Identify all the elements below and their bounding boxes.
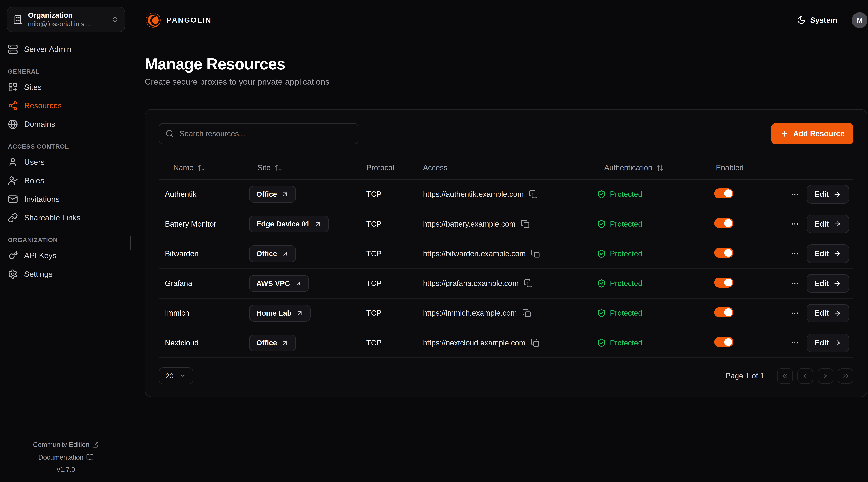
pagination-first-button[interactable] — [777, 368, 793, 384]
resources-icon — [8, 101, 18, 111]
edit-button[interactable]: Edit — [807, 215, 849, 233]
server-icon — [8, 44, 18, 54]
shield-check-icon — [597, 279, 606, 288]
site-link-button[interactable]: Edge Device 01 — [249, 216, 329, 232]
resource-name: Nextcloud — [165, 339, 249, 347]
external-link-icon — [92, 441, 99, 448]
arrow-up-right-icon — [314, 220, 322, 228]
auth-status: Protected — [597, 220, 714, 228]
arrow-up-right-icon — [281, 250, 289, 257]
copy-icon[interactable] — [523, 309, 531, 317]
sidebar-item-sites[interactable]: Sites — [8, 78, 124, 96]
sidebar-item-invitations[interactable]: Invitations — [8, 190, 124, 208]
sidebar-item-server-admin[interactable]: Server Admin — [8, 40, 124, 59]
table-body: Authentik Office TCP https://authentik.e… — [159, 180, 854, 358]
row-menu-button[interactable] — [789, 219, 801, 230]
sidebar-item-domains[interactable]: Domains — [8, 115, 124, 134]
enabled-toggle[interactable] — [714, 278, 733, 288]
resource-name: Battery Monitor — [165, 220, 249, 228]
sort-icon — [275, 164, 282, 171]
arrow-up-right-icon — [281, 339, 289, 347]
topbar: PANGOLIN System M — [145, 0, 867, 40]
arrow-right-icon — [833, 190, 841, 198]
moon-icon — [797, 15, 806, 25]
site-link-button[interactable]: AWS VPC — [249, 275, 309, 292]
row-menu-button[interactable] — [789, 308, 801, 319]
copy-icon[interactable] — [529, 190, 538, 198]
access-url: https://battery.example.com — [423, 220, 516, 228]
chevron-down-icon — [179, 372, 186, 380]
edit-button[interactable]: Edit — [807, 245, 849, 263]
user-badge-icon — [8, 175, 18, 186]
site-link-button[interactable]: Office — [249, 245, 296, 262]
sidebar-item-api-keys[interactable]: API Keys — [8, 246, 124, 265]
row-menu-button[interactable] — [789, 189, 801, 200]
pangolin-logo-icon — [145, 12, 162, 29]
row-menu-button[interactable] — [789, 248, 801, 259]
org-switcher[interactable]: Organization milo@fossorial.io's ... — [7, 7, 125, 32]
row-menu-button[interactable] — [789, 278, 801, 289]
enabled-toggle[interactable] — [714, 188, 733, 198]
sidebar-item-label: Resources — [24, 101, 62, 110]
auth-status: Protected — [597, 190, 714, 199]
site-link-button[interactable]: Home Lab — [249, 305, 311, 322]
arrow-right-icon — [833, 280, 841, 287]
arrow-up-right-icon — [294, 280, 302, 287]
sidebar-item-roles[interactable]: Roles — [8, 171, 124, 190]
column-header-name[interactable]: Name — [165, 163, 249, 172]
resource-name: Immich — [165, 309, 249, 317]
enabled-toggle[interactable] — [714, 218, 733, 228]
add-resource-button[interactable]: Add Resource — [771, 123, 854, 144]
theme-toggle-button[interactable]: System — [793, 15, 841, 25]
enabled-toggle[interactable] — [714, 307, 733, 317]
enabled-toggle[interactable] — [714, 337, 733, 347]
topbar-right: System M — [793, 12, 867, 28]
edit-button[interactable]: Edit — [807, 304, 849, 323]
sidebar-item-label: Sites — [24, 83, 42, 92]
link-icon — [8, 213, 18, 223]
sidebar-item-shareable-links[interactable]: Shareable Links — [8, 208, 124, 227]
site-link-button[interactable]: Office — [249, 186, 296, 203]
auth-status: Protected — [597, 338, 714, 347]
org-value: milo@fossorial.io's ... — [28, 20, 106, 28]
column-header-access: Access — [423, 163, 597, 172]
main-content: PANGOLIN System M Manage Resources Creat… — [132, 0, 868, 482]
sidebar-item-settings[interactable]: Settings — [8, 265, 124, 284]
resource-protocol: TCP — [366, 339, 423, 347]
copy-icon[interactable] — [531, 250, 540, 258]
sort-icon — [197, 164, 205, 171]
edit-button[interactable]: Edit — [807, 334, 849, 352]
pagination-next-button[interactable] — [818, 368, 833, 384]
sort-icon — [656, 164, 664, 171]
documentation-link[interactable]: Documentation — [35, 453, 97, 462]
copy-icon[interactable] — [524, 279, 533, 288]
column-header-site[interactable]: Site — [249, 163, 367, 172]
avatar[interactable]: M — [852, 12, 867, 28]
pagination-last-button[interactable] — [838, 368, 854, 384]
edit-button[interactable]: Edit — [807, 274, 849, 293]
site-link-button[interactable]: Office — [249, 334, 296, 351]
column-header-authentication[interactable]: Authentication — [597, 163, 714, 172]
enabled-toggle[interactable] — [714, 248, 733, 258]
column-header-enabled: Enabled — [714, 163, 787, 172]
pagination-prev-button[interactable] — [797, 368, 813, 384]
brand: PANGOLIN — [145, 12, 212, 29]
edit-button[interactable]: Edit — [807, 185, 849, 203]
copy-icon[interactable] — [531, 339, 539, 347]
mail-icon — [8, 194, 18, 204]
org-switcher-text: Organization milo@fossorial.io's ... — [28, 11, 106, 28]
section-title-general: GENERAL — [8, 68, 124, 75]
section-title-organization: ORGANIZATION — [8, 236, 124, 244]
community-edition-link[interactable]: Community Edition — [30, 440, 102, 449]
table-row: Battery Monitor Edge Device 01 TCP https… — [159, 210, 854, 239]
row-menu-button[interactable] — [789, 337, 801, 349]
search-box — [159, 123, 359, 144]
table-row: Immich Home Lab TCP https://immich.examp… — [159, 299, 854, 328]
search-input[interactable] — [159, 123, 359, 144]
page-size-select[interactable]: 20 — [159, 367, 193, 384]
table-header-row: Name Site Protocol Access Authenticati — [159, 156, 854, 180]
sidebar-scrollbar[interactable] — [130, 236, 131, 250]
sidebar-item-users[interactable]: Users — [8, 153, 124, 171]
copy-icon[interactable] — [521, 220, 529, 228]
sidebar-item-resources[interactable]: Resources — [8, 96, 124, 115]
